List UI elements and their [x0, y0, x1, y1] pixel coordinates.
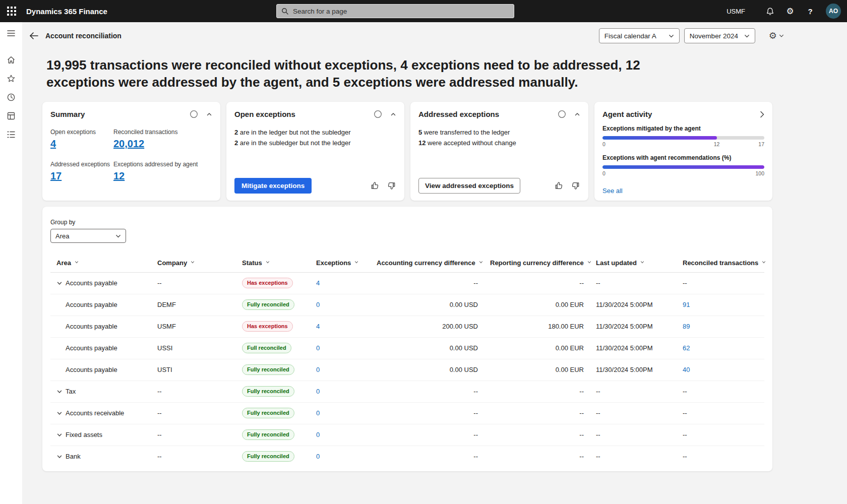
row-expand-chevron-icon [56, 389, 63, 395]
waffle-grid-icon [7, 7, 16, 16]
exceptions-link[interactable]: 0 [316, 409, 320, 417]
progress-bar-fill [602, 165, 764, 169]
table-row[interactable]: Fixed assets -- Fully reconciled 0 -- --… [50, 424, 764, 446]
card-title: Open exceptions [234, 110, 295, 118]
exceptions-link[interactable]: 4 [316, 323, 320, 330]
progress-bar-track [602, 136, 764, 140]
reconciled-transactions-link[interactable]: 62 [683, 344, 690, 352]
column-header[interactable]: Exceptions [310, 254, 371, 272]
column-header[interactable]: Area [50, 254, 151, 272]
help-icon[interactable]: ? [802, 3, 819, 20]
modules-list-icon[interactable] [3, 127, 19, 143]
row-expand-icon[interactable] [56, 280, 66, 286]
table-row[interactable]: Accounts payable USTI Fully reconciled 0… [50, 359, 764, 381]
accounting-currency-difference-cell: 200.00 USD [371, 316, 484, 337]
table-row[interactable]: Accounts payable USMF Has exceptions 4 2… [50, 316, 764, 337]
back-arrow-icon[interactable] [28, 30, 39, 41]
exceptions-link[interactable]: 4 [316, 279, 320, 287]
table-row[interactable]: Bank -- Fully reconciled 0 -- -- -- -- [50, 446, 764, 467]
page-title: Account reconciliation [45, 32, 122, 40]
column-header[interactable]: Reporting currency difference [484, 254, 590, 272]
workspaces-icon[interactable] [3, 108, 19, 124]
collapse-chevron-up-icon[interactable] [206, 111, 212, 117]
see-all-link[interactable]: See all [602, 187, 623, 195]
exception-line: 2 are in the ledger but not the subledge… [234, 129, 396, 136]
row-expand-icon[interactable] [56, 410, 66, 416]
search-icon [281, 8, 288, 15]
avatar[interactable]: AO [826, 4, 841, 19]
thumbs-up-icon[interactable] [554, 181, 564, 191]
column-header[interactable]: Last updated [590, 254, 677, 272]
view-addressed-exceptions-button[interactable]: View addressed exceptions [418, 178, 520, 194]
status-badge: Has exceptions [242, 278, 293, 288]
exceptions-link[interactable]: 0 [316, 431, 320, 438]
area-name: Accounts payable [66, 344, 117, 352]
table-header-row: AreaCompanyStatusExceptionsAccounting cu… [50, 254, 764, 272]
bar-label: Exceptions with agent recommendations (%… [602, 154, 764, 161]
stat-value-link[interactable]: 12 [113, 170, 125, 182]
last-updated-cell: -- [590, 402, 677, 424]
last-updated-cell: -- [590, 381, 677, 402]
company-switcher[interactable]: USMF [727, 8, 745, 15]
collapse-chevron-up-icon[interactable] [390, 111, 396, 117]
row-expand-icon[interactable] [56, 389, 66, 395]
exceptions-link[interactable]: 0 [316, 388, 320, 395]
reconciled-transactions-link[interactable]: 89 [683, 323, 690, 330]
table-row[interactable]: Accounts payable DEMF Fully reconciled 0… [50, 294, 764, 316]
reporting-currency-difference-cell: 0.00 EUR [484, 337, 590, 359]
recent-clock-icon[interactable] [3, 89, 19, 105]
last-updated-cell: -- [590, 272, 677, 294]
global-search[interactable] [276, 4, 514, 18]
stat-value-link[interactable]: 17 [50, 170, 62, 182]
exceptions-link[interactable]: 0 [316, 301, 320, 308]
reconciliation-summary-text: 19,995 transactions were reconciled with… [46, 56, 692, 91]
row-expand-icon[interactable] [56, 454, 66, 460]
period-dropdown[interactable]: November 2024 [684, 28, 755, 43]
thumbs-down-icon[interactable] [387, 181, 396, 191]
accounting-currency-difference-cell: 0.00 USD [371, 294, 484, 316]
table-row[interactable]: Accounts payable USSI Full reconciled 0 … [50, 337, 764, 359]
exceptions-link[interactable]: 0 [316, 453, 320, 460]
reconciled-transactions-link[interactable]: 91 [683, 301, 690, 308]
sort-chevron-icon [190, 260, 195, 265]
group-by-value: Area [55, 232, 69, 240]
menu-hamburger-icon[interactable] [3, 25, 19, 41]
table-row[interactable]: Accounts receivable -- Fully reconciled … [50, 402, 764, 424]
reporting-currency-difference-cell: -- [484, 381, 590, 402]
column-header[interactable]: Accounting currency difference [371, 254, 484, 272]
table-row[interactable]: Accounts payable -- Has exceptions 4 -- … [50, 272, 764, 294]
page-settings-gear[interactable]: ⚙ [769, 30, 784, 41]
group-by-dropdown[interactable]: Area [50, 229, 126, 243]
stat-label: Reconciled transactions [113, 129, 212, 136]
search-input[interactable] [292, 7, 509, 16]
column-header[interactable]: Status [236, 254, 310, 272]
reconciled-transactions-link[interactable]: 40 [683, 366, 690, 373]
notifications-bell-icon[interactable] [761, 3, 778, 20]
app-launcher-icon[interactable] [0, 0, 23, 22]
company-cell: USMF [151, 316, 236, 337]
mitigate-exceptions-button[interactable]: Mitigate exceptions [234, 178, 312, 194]
table-row[interactable]: Tax -- Fully reconciled 0 -- -- -- -- [50, 381, 764, 402]
thumbs-up-icon[interactable] [370, 181, 380, 191]
exceptions-link[interactable]: 0 [316, 366, 320, 373]
card-title: Agent activity [602, 110, 652, 118]
collapse-chevron-up-icon[interactable] [574, 111, 580, 117]
stat-value-link[interactable]: 20,012 [113, 138, 144, 150]
summary-stat: Addressed exceptions 17 [50, 161, 113, 182]
favorites-star-icon[interactable] [3, 71, 19, 87]
stat-value-link[interactable]: 4 [50, 138, 56, 150]
settings-gear-icon[interactable]: ⚙ [781, 3, 799, 20]
exceptions-link[interactable]: 0 [316, 344, 320, 352]
column-header[interactable]: Reconciled transactions [677, 254, 764, 272]
header-controls: Fiscal calendar A November 2024 ⚙ [599, 28, 784, 43]
reconciled-transactions-cell: 91 [677, 294, 764, 316]
column-header[interactable]: Company [151, 254, 236, 272]
home-icon[interactable] [3, 52, 19, 68]
chevron-right-icon[interactable] [760, 111, 764, 118]
reconciled-transactions-cell: -- [677, 446, 764, 467]
open-exceptions-card: Open exceptions 2 are in the ledger but … [226, 102, 404, 201]
fiscal-calendar-dropdown[interactable]: Fiscal calendar A [599, 28, 680, 43]
row-expand-icon[interactable] [56, 432, 66, 438]
thumbs-down-icon[interactable] [571, 181, 580, 191]
topbar-right-cluster: USMF ⚙ ? AO [727, 3, 847, 20]
